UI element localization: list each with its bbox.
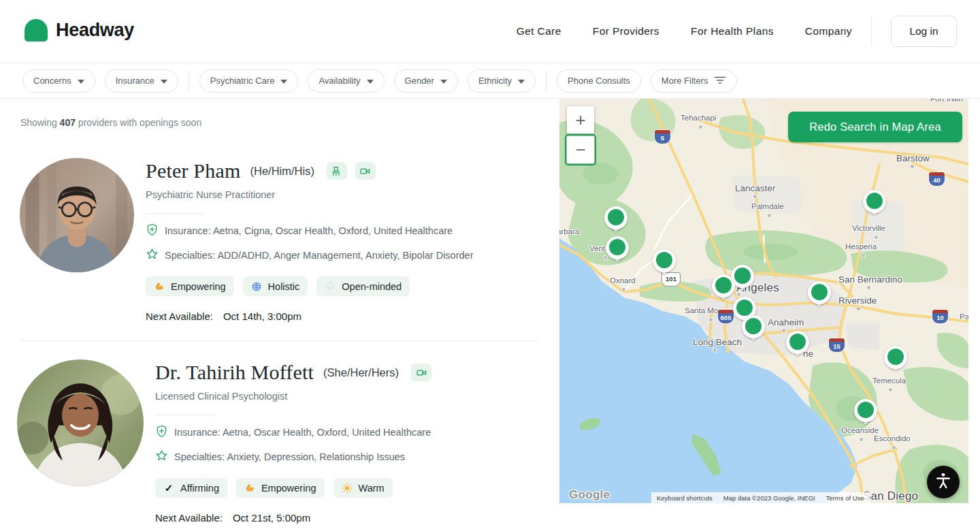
map-zoom-in-button[interactable]: + (567, 106, 594, 133)
trait-badge-empowering: Empowering (236, 478, 325, 498)
map-city-dot (713, 348, 717, 353)
chevron-down-icon (78, 76, 84, 86)
filter-label: Availability (318, 76, 360, 86)
filter-group-divider (189, 71, 189, 91)
trait-label: Affirming (180, 483, 219, 494)
map-marker-pin[interactable] (884, 346, 907, 376)
trait-label: Holistic (268, 281, 300, 292)
provider-pronouns: (He/Him/His) (250, 165, 314, 178)
video-icon (355, 162, 376, 180)
trait-badge-empowering: Empowering (146, 276, 234, 296)
shield-number: 5 (655, 133, 670, 143)
login-button[interactable]: Log in (891, 16, 957, 47)
shield-plus-icon (146, 223, 159, 238)
map-label-arbara: arbara (559, 227, 579, 236)
filter-more-filters[interactable]: More Filters (651, 69, 738, 93)
provider-results-panel: Showing 407 providers with openings soon… (0, 99, 559, 529)
pin-dot (736, 300, 753, 316)
map-label-oxnard: Oxnard (610, 276, 636, 285)
filter-lines-icon (714, 76, 726, 86)
filter-ethnicity[interactable]: Ethnicity (468, 69, 536, 93)
map-city-dot (708, 317, 713, 322)
filter-psychiatric-care[interactable]: Psychiatric Care (199, 69, 299, 93)
map-label-long-beach: Long Beach (693, 337, 742, 347)
sun-icon (342, 483, 353, 494)
provider-card[interactable]: Dr. Tahirih Moffett(She/Her/Hers)License… (0, 359, 559, 524)
map-label-barstow: Barstow (896, 153, 930, 163)
chevron-down-icon (440, 76, 447, 86)
provider-info: Peter Pham(He/Him/His)Psychiatric Nurse … (146, 158, 473, 322)
map-marker-pin[interactable] (712, 274, 735, 304)
nav-link-for-providers[interactable]: For Providers (593, 25, 659, 37)
pin-dot (866, 193, 883, 209)
shield-plus-icon (155, 425, 168, 440)
redo-search-button[interactable]: Redo Search in Map Area (788, 112, 962, 142)
nav-link-get-care[interactable]: Get Care (517, 25, 561, 37)
trait-label: Open-minded (342, 281, 402, 292)
filter-label: Gender (405, 76, 434, 86)
map-attribution: Keyboard shortcutsMap data ©2023 Google,… (651, 492, 870, 503)
filter-label: Concerns (33, 76, 71, 86)
filter-label: Phone Consults (568, 76, 630, 86)
map-marker-pin[interactable] (786, 331, 809, 361)
provider-list: Peter Pham(He/Him/His)Psychiatric Nurse … (0, 158, 559, 524)
trait-badge-warm: Warm (333, 478, 393, 498)
shield-number: 10 (932, 313, 948, 323)
google-logo[interactable]: Google (569, 488, 610, 502)
map-label-palmdale: Palmdale (751, 202, 784, 210)
map-marker-pin[interactable] (653, 249, 676, 279)
trait-badge-holistic: Holistic (243, 276, 308, 296)
nav-link-company[interactable]: Company (805, 25, 852, 37)
nav-link-for-health-plans[interactable]: For Health Plans (691, 25, 774, 37)
trait-label: Empowering (171, 281, 226, 292)
pin-dot (789, 334, 806, 350)
session-format-icons (327, 162, 376, 180)
map-marker-pin[interactable] (742, 315, 765, 345)
chevron-down-icon (367, 76, 374, 86)
map-label-fort-irwin: Fort Irwin (930, 99, 963, 103)
thought-icon (325, 281, 336, 292)
pin-dot (609, 239, 625, 255)
map-panel[interactable]: + − Redo Search in Map Area Fort IrwinTe… (559, 99, 968, 503)
filter-phone-consults[interactable]: Phone Consults (557, 69, 641, 93)
map-label-tehachapi: Tehachapi (681, 114, 716, 122)
specialties-text: Specialties: Anxiety, Depression, Relati… (174, 451, 405, 462)
shield-number: 15 (829, 342, 845, 351)
map-zoom-out-button[interactable]: − (567, 136, 594, 163)
filter-concerns[interactable]: Concerns (22, 69, 95, 93)
attribution-map-data-2023-google-inegi[interactable]: Map data ©2023 Google, INEGI (718, 492, 821, 503)
results-summary-suffix: providers with openings soon (78, 117, 201, 128)
filter-gender[interactable]: Gender (394, 69, 458, 93)
map-marker-pin[interactable] (854, 399, 877, 429)
map-marker-pin[interactable] (606, 236, 629, 266)
provider-card[interactable]: Peter Pham(He/Him/His)Psychiatric Nurse … (0, 158, 559, 322)
filter-insurance[interactable]: Insurance (105, 69, 178, 93)
map-label-san-diego: San Diego (863, 490, 918, 503)
headway-logo-icon (24, 19, 48, 42)
map-marker-pin[interactable] (604, 206, 627, 236)
provider-avatar (20, 158, 134, 272)
map-marker-pin[interactable] (863, 190, 886, 220)
headway-logo[interactable]: Headway (24, 19, 134, 42)
interstate-10-shield: 10 (932, 310, 948, 323)
interstate-40-shield: 40 (929, 172, 945, 186)
pin-dot (608, 209, 624, 225)
provider-name: Peter Pham (146, 159, 240, 182)
provider-name-row: Peter Pham(He/Him/His) (146, 159, 473, 182)
check-icon: ✓ (163, 483, 174, 494)
shield-number: 605 (718, 313, 734, 323)
card-inner-divider (146, 213, 206, 214)
accessibility-widget-button[interactable] (927, 466, 960, 498)
attribution-keyboard-shortcuts[interactable]: Keyboard shortcuts (651, 492, 718, 503)
map-label-riverside: Riverside (838, 295, 877, 306)
nav-links: Get CareFor ProvidersFor Health PlansCom… (517, 25, 852, 37)
specialties-row: Specialties: ADD/ADHD, Anger Management,… (146, 248, 473, 263)
provider-name: Dr. Tahirih Moffett (155, 361, 314, 384)
next-available-row: Next Available:Oct 21st, 5:00pm (155, 512, 431, 524)
trait-badge-affirming: ✓Affirming (155, 478, 227, 498)
provider-credential: Psychiatric Nurse Practitioner (146, 189, 473, 200)
attribution-terms-of-use[interactable]: Terms of Use (821, 492, 870, 503)
map-marker-pin[interactable] (808, 281, 831, 311)
trait-label: Warm (359, 483, 385, 494)
filter-availability[interactable]: Availability (308, 69, 384, 93)
